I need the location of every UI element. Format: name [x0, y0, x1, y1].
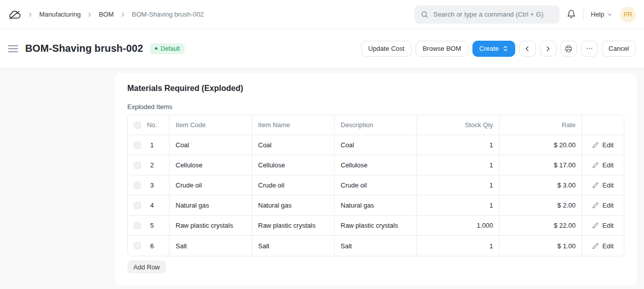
browse-bom-button[interactable]: Browse BOM: [416, 41, 468, 57]
edit-label: Edit: [602, 141, 613, 149]
grid-body: 1 Coal Coal Coal 1 $ 20.00 Edit 2 Cellul…: [128, 135, 624, 256]
edit-row-button[interactable]: Edit: [592, 222, 613, 229]
column-header-item-name: Item Name: [252, 115, 335, 135]
table-row: 3 Crude oil Crude oil Crude oil 1 $ 3.00…: [128, 175, 624, 196]
rate-cell[interactable]: $ 17.00: [500, 155, 582, 175]
chevron-right-icon: [120, 12, 126, 18]
printer-icon: [565, 45, 573, 53]
description-cell[interactable]: Natural gas: [335, 196, 417, 215]
pencil-icon: [592, 182, 599, 188]
item-code-cell[interactable]: Natural gas: [170, 196, 252, 215]
item-code-cell[interactable]: Cellulose: [170, 155, 252, 175]
rate-cell[interactable]: $ 22.00: [500, 216, 582, 235]
edit-row-button[interactable]: Edit: [592, 242, 613, 250]
chevron-down-icon: [607, 12, 613, 18]
row-checkbox[interactable]: [134, 202, 141, 209]
update-cost-button[interactable]: Update Cost: [361, 41, 412, 57]
column-header-item-code: Item Code: [170, 115, 252, 135]
row-number: 2: [141, 161, 163, 169]
create-button[interactable]: Create: [472, 41, 515, 57]
stock-qty-cell[interactable]: 1: [417, 135, 500, 155]
table-row: 4 Natural gas Natural gas Natural gas 1 …: [128, 196, 624, 216]
row-number: 3: [141, 181, 163, 189]
edit-label: Edit: [602, 202, 613, 209]
row-checkbox[interactable]: [134, 182, 141, 189]
item-code-cell[interactable]: Salt: [170, 236, 252, 256]
rate-cell[interactable]: $ 3.00: [500, 175, 582, 195]
previous-document-button[interactable]: [519, 41, 536, 57]
grid-header-row: No. Item Code Item Name Description Stoc…: [128, 115, 624, 135]
help-menu[interactable]: Help: [591, 11, 613, 18]
row-number: 5: [141, 222, 163, 229]
column-header-description: Description: [335, 115, 417, 135]
item-name-cell[interactable]: Cellulose: [252, 155, 335, 175]
stock-qty-cell[interactable]: 1: [417, 236, 500, 256]
item-name-cell[interactable]: Natural gas: [252, 196, 335, 215]
description-cell[interactable]: Coal: [335, 135, 417, 155]
rate-cell[interactable]: $ 1.00: [500, 236, 582, 256]
row-checkbox[interactable]: [134, 242, 141, 249]
item-name-cell[interactable]: Raw plastic crystals: [252, 216, 335, 235]
global-search-input[interactable]: Search or type a command (Ctrl + G): [415, 6, 559, 24]
chevron-right-icon: [27, 12, 33, 18]
row-checkbox[interactable]: [134, 142, 141, 149]
pencil-icon: [592, 222, 599, 229]
page-title: BOM-Shaving brush-002: [25, 43, 143, 54]
edit-row-button[interactable]: Edit: [592, 202, 613, 209]
description-cell[interactable]: Cellulose: [335, 155, 417, 175]
avatar-initials: PR: [624, 11, 632, 18]
row-checkbox[interactable]: [134, 222, 141, 229]
exploded-items-label: Exploded Items: [127, 103, 624, 111]
cancel-button[interactable]: Cancel: [602, 41, 636, 57]
breadcrumb-manufacturing[interactable]: Manufacturing: [39, 11, 80, 18]
stock-qty-cell[interactable]: 1: [417, 196, 500, 215]
more-menu-button[interactable]: [581, 41, 598, 57]
main-content: Materials Required (Exploded) Exploded I…: [0, 68, 644, 285]
breadcrumb-bom[interactable]: BOM: [99, 11, 114, 18]
edit-row-button[interactable]: Edit: [592, 161, 613, 169]
ellipsis-icon: [586, 45, 593, 52]
breadcrumb-current-doc: BOM-Shaving brush-002: [132, 11, 204, 18]
unfold-chevrons-icon: [503, 45, 508, 52]
item-name-cell[interactable]: Salt: [252, 236, 335, 256]
user-avatar[interactable]: PR: [620, 7, 636, 23]
description-cell[interactable]: Salt: [335, 236, 417, 256]
row-number: 6: [141, 242, 163, 250]
notifications-bell-icon[interactable]: [567, 10, 576, 19]
app-logo-cloud-icon[interactable]: [8, 8, 21, 21]
edit-label: Edit: [602, 161, 613, 169]
column-header-no: No.: [141, 121, 163, 129]
search-placeholder: Search or type a command (Ctrl + G): [433, 11, 543, 18]
description-cell[interactable]: Raw plastic crystals: [335, 216, 417, 235]
add-row-button[interactable]: Add Row: [127, 260, 166, 273]
item-code-cell[interactable]: Crude oil: [170, 175, 252, 195]
print-button[interactable]: [560, 41, 577, 57]
rate-cell[interactable]: $ 2.00: [500, 196, 582, 215]
materials-required-card: Materials Required (Exploded) Exploded I…: [115, 73, 637, 285]
item-code-cell[interactable]: Coal: [170, 135, 252, 155]
sidebar-toggle-icon[interactable]: [8, 44, 18, 53]
divider: [583, 9, 584, 20]
edit-row-button[interactable]: Edit: [592, 141, 613, 149]
item-name-cell[interactable]: Crude oil: [252, 175, 335, 195]
row-checkbox[interactable]: [134, 162, 141, 169]
edit-label: Edit: [602, 181, 613, 189]
next-document-button[interactable]: [540, 41, 556, 57]
search-icon: [421, 11, 429, 19]
status-dot-icon: [155, 47, 157, 50]
stock-qty-cell[interactable]: 1: [417, 175, 500, 195]
column-header-stock-qty: Stock Qty: [417, 115, 500, 135]
navbar-actions: Search or type a command (Ctrl + G) Help…: [415, 6, 636, 24]
page-toolbar: BOM-Shaving brush-002 Default Update Cos…: [0, 29, 644, 68]
description-cell[interactable]: Crude oil: [335, 175, 417, 195]
rate-cell[interactable]: $ 20.00: [500, 135, 582, 155]
stock-qty-cell[interactable]: 1.000: [417, 216, 500, 235]
column-header-edit: [582, 115, 624, 135]
select-all-checkbox[interactable]: [134, 122, 141, 129]
breadcrumb: Manufacturing BOM BOM-Shaving brush-002: [8, 8, 204, 21]
pencil-icon: [592, 162, 599, 168]
edit-row-button[interactable]: Edit: [592, 181, 613, 189]
stock-qty-cell[interactable]: 1: [417, 155, 500, 175]
item-code-cell[interactable]: Raw plastic crystals: [170, 216, 252, 235]
item-name-cell[interactable]: Coal: [252, 135, 335, 155]
